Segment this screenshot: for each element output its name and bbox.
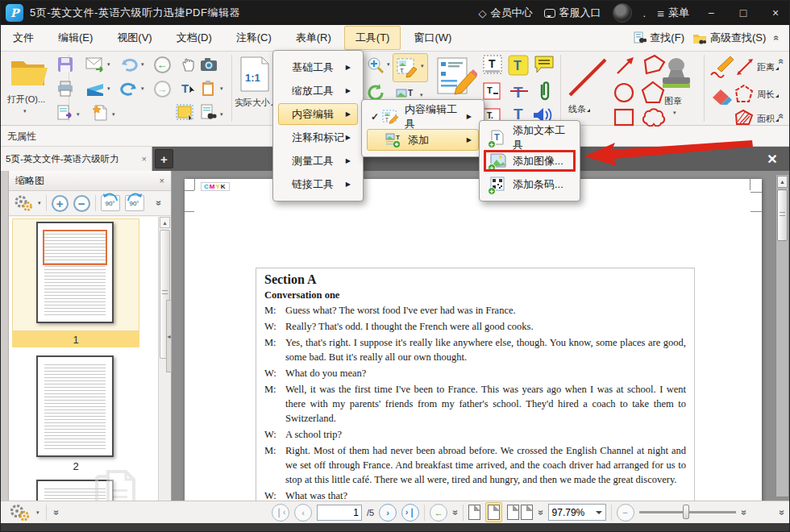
submenu-content-edit-tool[interactable]: ✓ T 内容编辑工具▶ bbox=[367, 106, 479, 127]
thumbnail-zoom-out-button[interactable]: − bbox=[73, 195, 90, 212]
close-button[interactable]: × bbox=[765, 6, 786, 19]
print-button[interactable] bbox=[56, 79, 75, 98]
menu-tools[interactable]: 工具(T) bbox=[344, 26, 401, 50]
open-file-button[interactable] bbox=[7, 55, 52, 90]
actual-size-label[interactable]: 实际大小 bbox=[235, 97, 274, 109]
line-tool-button[interactable] bbox=[565, 55, 610, 100]
tab-close-icon[interactable]: × bbox=[142, 154, 147, 164]
add-text-tool-item[interactable]: T + 添加文本工具 bbox=[484, 127, 575, 148]
distance-tool-button[interactable] bbox=[734, 55, 755, 77]
doc-scroll-thumb[interactable] bbox=[777, 189, 788, 241]
stamp-dropdown-icon[interactable]: ▾ bbox=[673, 110, 676, 116]
save-button[interactable] bbox=[56, 55, 75, 74]
page-thumbnail-1[interactable] bbox=[36, 222, 114, 323]
snapshot-button[interactable] bbox=[199, 55, 218, 74]
zoom-in-tool-button[interactable] bbox=[365, 55, 386, 76]
hand-tool-button[interactable] bbox=[178, 55, 198, 74]
statusbar-collapse-icon[interactable]: « bbox=[777, 509, 787, 515]
zoom-tool-dropdown-icon[interactable]: ▾ bbox=[387, 61, 390, 68]
text-lower-tool-button[interactable]: T bbox=[481, 81, 502, 103]
options-gear-icon[interactable] bbox=[14, 195, 33, 211]
menu-annotate[interactable]: 注释(C) bbox=[225, 26, 283, 50]
tools-menu-zoom[interactable]: 缩放工具▶ bbox=[278, 80, 358, 102]
add-image-item[interactable]: + 添加图像... bbox=[484, 150, 575, 172]
member-center-button[interactable]: ◇ 会员中心 bbox=[479, 6, 533, 20]
menu-document[interactable]: 文档(D) bbox=[165, 26, 223, 50]
statusbar-gear-dropdown-icon[interactable]: ▾ bbox=[36, 509, 40, 516]
cloud-tool-button[interactable] bbox=[639, 105, 667, 127]
search-document-button[interactable] bbox=[199, 103, 218, 123]
new-document-button[interactable] bbox=[91, 103, 110, 123]
attach-file-button[interactable] bbox=[536, 79, 554, 103]
highlight-text-button[interactable]: T bbox=[507, 53, 530, 77]
menubar-collapse-icon[interactable]: « bbox=[772, 35, 782, 41]
add-content-dropdown-icon[interactable]: ▾ bbox=[420, 92, 423, 98]
menu-edit[interactable]: 编辑(E) bbox=[47, 26, 104, 50]
tools-menu-link[interactable]: 链接工具▶ bbox=[278, 173, 358, 195]
zoom-level-select[interactable]: 97.79% bbox=[548, 504, 606, 521]
line-tool-label[interactable]: 线条 bbox=[568, 103, 590, 115]
menu-form[interactable]: 表单(R) bbox=[285, 26, 343, 50]
go-forward-button[interactable]: → bbox=[152, 79, 172, 98]
text-box-tool-button[interactable]: T bbox=[481, 53, 504, 77]
tools-menu-content-edit[interactable]: 内容编辑▶ bbox=[278, 103, 358, 125]
zoom-slider[interactable] bbox=[639, 511, 736, 513]
edit-document-button[interactable] bbox=[434, 55, 478, 98]
tools-menu-basic[interactable]: 基础工具▶ bbox=[278, 56, 358, 78]
document-close-button[interactable]: ✕ bbox=[762, 149, 783, 168]
view-history-expand-icon[interactable]: « bbox=[451, 509, 460, 515]
text-select-tool-button[interactable]: T bbox=[178, 79, 198, 98]
menu-view[interactable]: 视图(V) bbox=[106, 26, 163, 50]
stamp-label[interactable]: 图章 bbox=[664, 95, 682, 107]
menu-file[interactable]: 文件 bbox=[2, 26, 45, 50]
page-number-input[interactable] bbox=[317, 505, 362, 521]
menu-window[interactable]: 窗口(W) bbox=[402, 26, 463, 50]
undo-button[interactable] bbox=[118, 55, 139, 74]
clipboard-button[interactable] bbox=[199, 79, 218, 98]
document-tab[interactable]: 5页-英文文件-英语六级听力 × bbox=[1, 147, 152, 171]
pdf-page[interactable]: CMYK Section A Conversation one M:Guess … bbox=[185, 179, 762, 501]
app-menu-button[interactable]: ≡ 菜单 bbox=[657, 6, 689, 20]
last-page-button[interactable]: ›❘ bbox=[401, 504, 419, 522]
scanner-button[interactable] bbox=[85, 79, 106, 98]
two-page-view-button[interactable] bbox=[507, 505, 519, 520]
single-page-view-button[interactable] bbox=[468, 505, 480, 520]
toolbar-collapse-top-icon[interactable]: « bbox=[777, 59, 787, 64]
export-dropdown-icon[interactable]: ▾ bbox=[77, 111, 80, 118]
content-edit-tool-button[interactable]: T bbox=[395, 56, 419, 80]
maximize-button[interactable]: □ bbox=[733, 6, 754, 19]
actual-size-button[interactable]: 1:1 bbox=[238, 55, 272, 94]
page-thumbnail-2[interactable] bbox=[36, 355, 114, 457]
user-avatar[interactable] bbox=[613, 3, 632, 23]
thumb-scroll-up-icon[interactable]: ▲ bbox=[160, 217, 170, 228]
previous-view-button[interactable]: ← bbox=[430, 504, 447, 522]
perimeter-tool-button[interactable] bbox=[733, 82, 755, 106]
toolbar-collapse-bottom-icon[interactable]: « bbox=[777, 114, 787, 119]
thumbnail-toolbar-more-icon[interactable]: « bbox=[153, 201, 163, 206]
statusbar-left-expand-icon[interactable]: « bbox=[51, 509, 60, 515]
redo-button[interactable] bbox=[118, 79, 139, 98]
statusbar-gear-icon[interactable] bbox=[9, 504, 30, 522]
open-dropdown-icon[interactable]: ▾ bbox=[23, 108, 27, 114]
redo-dropdown-icon[interactable]: ▾ bbox=[141, 85, 144, 92]
doc-scroll-up-icon[interactable]: ▲ bbox=[777, 176, 788, 188]
fit-page-view-button[interactable] bbox=[485, 502, 502, 522]
options-dropdown-icon[interactable]: ▾ bbox=[38, 200, 41, 206]
first-page-button[interactable]: ❘‹ bbox=[272, 504, 289, 522]
support-button[interactable]: 客服入口 bbox=[544, 6, 601, 20]
tools-menu-measure[interactable]: 测量工具▶ bbox=[278, 150, 358, 172]
zoom-expand-icon[interactable]: « bbox=[738, 509, 748, 515]
next-page-button[interactable]: › bbox=[379, 504, 397, 522]
submenu-add[interactable]: T 添加▶ bbox=[367, 129, 479, 151]
pencil-annotation-button[interactable] bbox=[709, 53, 736, 79]
area-tool-button[interactable] bbox=[733, 108, 755, 127]
advanced-find-button[interactable]: 高级查找(S) bbox=[692, 31, 766, 45]
rotate-right-button[interactable]: 90° bbox=[125, 195, 144, 211]
find-button[interactable]: 查找(F) bbox=[634, 31, 684, 45]
two-page-view-button2[interactable] bbox=[521, 505, 533, 520]
rectangle-tool-button[interactable] bbox=[612, 106, 636, 127]
zoom-out-button[interactable]: − bbox=[617, 504, 634, 522]
previous-page-button[interactable]: ‹ bbox=[294, 504, 312, 522]
stamp-tool-button[interactable] bbox=[655, 56, 697, 94]
scanner-dropdown-icon[interactable]: ▾ bbox=[107, 85, 110, 92]
